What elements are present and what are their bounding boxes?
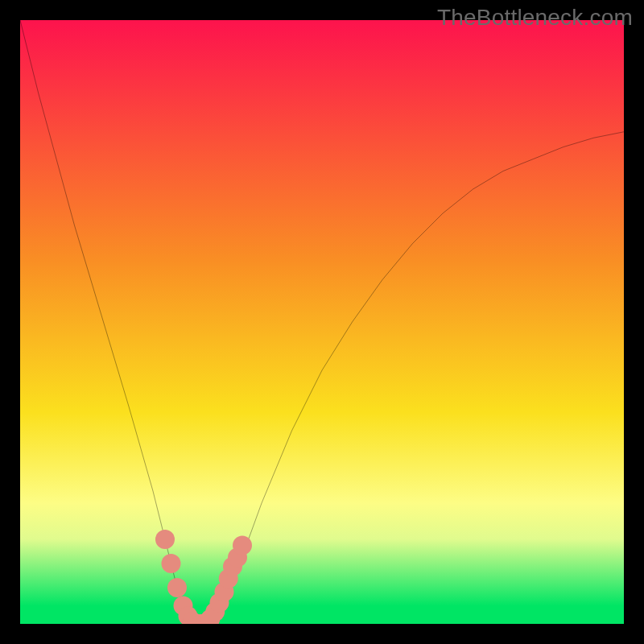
gradient-background <box>20 20 624 624</box>
highlight-dot <box>167 578 187 597</box>
highlight-dot <box>162 554 181 573</box>
highlight-dot <box>155 530 175 549</box>
watermark-text: TheBottleneck.com <box>437 5 633 31</box>
highlight-dot <box>233 536 252 555</box>
bottleneck-chart <box>20 20 624 624</box>
chart-frame: TheBottleneck.com <box>0 0 644 644</box>
